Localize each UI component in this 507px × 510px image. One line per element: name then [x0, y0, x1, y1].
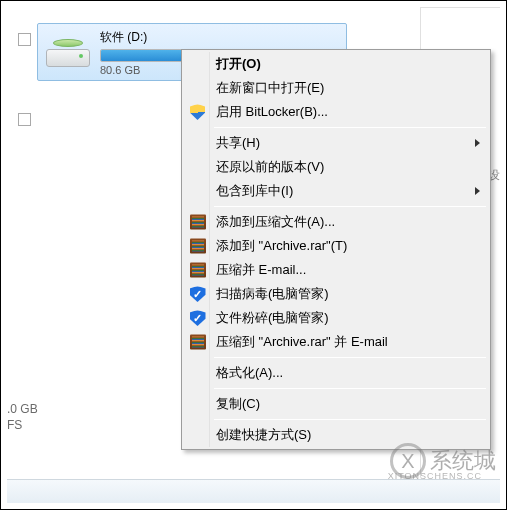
menu-format[interactable]: 格式化(A)... — [184, 361, 488, 385]
rar-icon — [189, 262, 206, 279]
partial-drive-info: .0 GB FS — [7, 401, 38, 433]
rar-icon — [189, 238, 206, 255]
menu-scan-virus[interactable]: ✓ 扫描病毒(电脑管家) — [184, 282, 488, 306]
menu-open-new-window[interactable]: 在新窗口中打开(E) — [184, 76, 488, 100]
menu-compress-email[interactable]: 压缩并 E-mail... — [184, 258, 488, 282]
menu-separator — [214, 206, 486, 207]
context-menu: 打开(O) 在新窗口中打开(E) 启用 BitLocker(B)... 共享(H… — [181, 49, 491, 450]
menu-add-archive-rar[interactable]: 添加到 "Archive.rar"(T) — [184, 234, 488, 258]
menu-share[interactable]: 共享(H) — [184, 131, 488, 155]
menu-separator — [214, 127, 486, 128]
qq-shield-icon: ✓ — [189, 286, 206, 303]
checkbox-drive-d[interactable] — [18, 33, 31, 46]
menu-restore[interactable]: 还原以前的版本(V) — [184, 155, 488, 179]
chevron-right-icon — [475, 139, 480, 147]
menu-separator — [214, 357, 486, 358]
menu-compress-to-email[interactable]: 压缩到 "Archive.rar" 并 E-mail — [184, 330, 488, 354]
menu-open[interactable]: 打开(O) — [184, 52, 488, 76]
chevron-right-icon — [475, 187, 480, 195]
menu-copy[interactable]: 复制(C) — [184, 392, 488, 416]
qq-shield-icon: ✓ — [189, 310, 206, 327]
menu-include-library[interactable]: 包含到库中(I) — [184, 179, 488, 203]
menu-bitlocker[interactable]: 启用 BitLocker(B)... — [184, 100, 488, 124]
menu-create-shortcut[interactable]: 创建快捷方式(S) — [184, 423, 488, 447]
shield-icon — [189, 104, 206, 121]
status-bar — [7, 479, 500, 503]
menu-separator — [214, 388, 486, 389]
drive-icon — [46, 33, 90, 71]
menu-add-archive[interactable]: 添加到压缩文件(A)... — [184, 210, 488, 234]
rar-icon — [189, 334, 206, 351]
checkbox-drive-other[interactable] — [18, 113, 31, 126]
menu-file-shred[interactable]: ✓ 文件粉碎(电脑管家) — [184, 306, 488, 330]
menu-separator — [214, 419, 486, 420]
drive-name: 软件 (D:) — [100, 29, 338, 46]
rar-icon — [189, 214, 206, 231]
